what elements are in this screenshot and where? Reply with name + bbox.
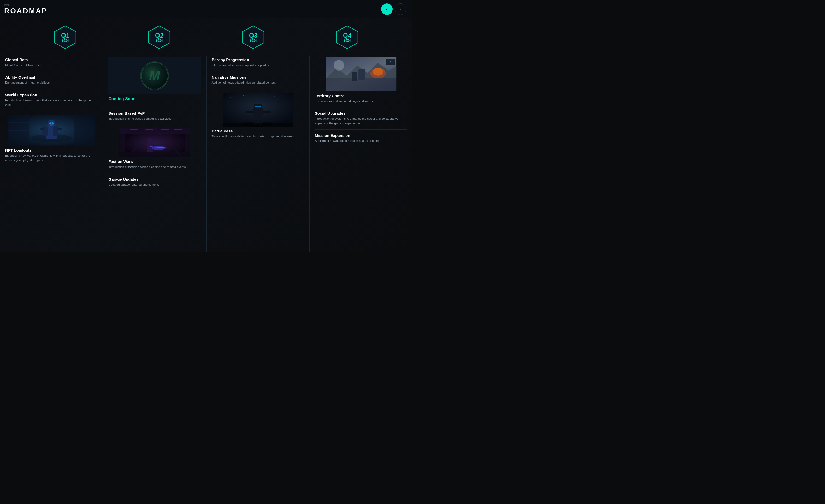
metalcore-circle: M (140, 61, 169, 90)
session-pvp-desc: Introduction of time-based competitive a… (108, 117, 201, 121)
svg-point-53 (288, 99, 288, 99)
q3-column: Barony Progression Introduction of vario… (207, 56, 310, 252)
page-title: ROADMAP (4, 7, 48, 15)
territory-control-desc: Factions aim to dominate designated zone… (315, 99, 407, 103)
feature-coming-soon: Coming Soon (108, 97, 201, 107)
q1-year: 2024 (62, 39, 69, 42)
svg-rect-31 (145, 129, 153, 130)
svg-rect-38 (119, 132, 125, 152)
narrative-missions-desc: Addition of new/updated mission related … (212, 80, 304, 85)
feature-session-pvp: Session Based PvP Introduction of time-b… (108, 111, 201, 125)
q3-year: 2024 (250, 39, 257, 42)
battle-pass-title: Battle Pass (212, 129, 304, 133)
garage-updates-desc: Updated garage features and content. (108, 183, 201, 187)
nft-loadouts-image (5, 115, 98, 146)
q2-label: Q2 (155, 32, 163, 39)
ability-overhaul-desc: Enhancement of in-game abilities. (5, 80, 98, 85)
timeline-section: Q1 2024 Q2 2024 (0, 18, 412, 54)
quarter-q1: Q1 2024 (54, 25, 77, 50)
svg-point-59 (373, 68, 383, 76)
svg-rect-27 (119, 152, 190, 157)
quarter-q3: Q3 2024 (241, 25, 265, 50)
q2-column: M Coming Soon Session Based PvP Introduc… (103, 56, 206, 252)
feature-world-expansion: World Expansion Introduction of new cont… (5, 93, 98, 111)
quarter-q2: Q2 2024 (148, 25, 171, 50)
q4-column: Territory Control Factions aim to domina… (310, 56, 412, 252)
closed-beta-title: Closed Beta (5, 58, 98, 62)
feature-garage-updates: Garage Updates Updated garage features a… (108, 177, 201, 191)
coming-soon-label: Coming Soon (108, 97, 201, 101)
battle-pass-image (212, 93, 304, 127)
narrative-missions-title: Narrative Missions (212, 75, 304, 79)
session-pvp-title: Session Based PvP (108, 111, 201, 116)
nav-next-button[interactable]: › (395, 3, 406, 15)
feature-narrative-missions: Narrative Missions Addition of new/updat… (212, 75, 304, 89)
page-number: 005 (4, 3, 48, 6)
mission-expansion-title: Mission Expansion (315, 133, 407, 138)
closed-beta-desc: MetalCore is in Closed Beta! (5, 63, 98, 67)
faction-wars-desc: Introduction of faction specific pledgin… (108, 165, 201, 169)
svg-rect-10 (57, 128, 62, 130)
territory-control-title: Territory Control (315, 93, 407, 98)
svg-rect-47 (246, 111, 254, 113)
garage-updates-title: Garage Updates (108, 177, 201, 182)
ability-overhaul-title: Ability Overhaul (5, 75, 98, 79)
faction-wars-title: Faction Wars (108, 159, 201, 164)
svg-rect-9 (40, 128, 44, 130)
q3-label: Q3 (249, 32, 257, 39)
social-upgrades-title: Social Upgrades (315, 111, 407, 116)
feature-social-upgrades: Social Upgrades Introduction of systems … (315, 111, 407, 130)
svg-point-51 (243, 95, 244, 95)
svg-rect-60 (352, 72, 357, 81)
svg-point-13 (49, 123, 51, 124)
svg-point-62 (334, 60, 344, 71)
quarter-q4: Q4 2024 (335, 25, 359, 50)
svg-rect-48 (263, 111, 271, 113)
svg-rect-30 (130, 129, 138, 130)
svg-rect-32 (161, 129, 169, 130)
svg-rect-16 (74, 115, 94, 146)
feature-battle-pass: Battle Pass Time specific rewards for re… (212, 129, 304, 142)
svg-point-52 (275, 96, 275, 97)
metalcore-logo: M (108, 58, 201, 94)
svg-rect-61 (359, 69, 365, 80)
feature-mission-expansion: Mission Expansion Addition of new/update… (315, 133, 407, 147)
svg-rect-56 (326, 78, 396, 91)
q1-label: Q1 (61, 32, 69, 39)
svg-rect-54 (223, 123, 293, 127)
svg-rect-33 (174, 129, 182, 130)
nft-loadouts-desc: Introducing new variety of elements with… (5, 154, 98, 163)
q1-column: Closed Beta MetalCore is in Closed Beta!… (0, 56, 103, 252)
q2-year: 2024 (156, 39, 163, 42)
nav-prev-button[interactable]: ‹ (381, 3, 393, 15)
feature-faction-wars: Faction Wars Introduction of faction spe… (108, 159, 201, 173)
feature-closed-beta: Closed Beta MetalCore is in Closed Beta! (5, 58, 98, 71)
svg-point-35 (147, 138, 152, 143)
mission-expansion-desc: Addition of new/updated mission related … (315, 139, 407, 143)
svg-point-14 (52, 123, 54, 124)
nav-buttons: ‹ › (381, 3, 406, 15)
page-wrapper: 005 ROADMAP ‹ › Q1 2024 (0, 0, 412, 252)
world-expansion-title: World Expansion (5, 93, 98, 97)
battle-pass-desc: Time specific rewards for reaching certa… (212, 134, 304, 139)
social-upgrades-desc: Introduction of systems to enhance the s… (315, 117, 407, 126)
feature-ability-overhaul: Ability Overhaul Enhancement of in-game … (5, 75, 98, 89)
q4-year: 2024 (344, 39, 351, 42)
content-area: Closed Beta MetalCore is in Closed Beta!… (0, 54, 412, 252)
svg-point-50 (230, 97, 231, 98)
world-expansion-desc: Introduction of new content that increas… (5, 98, 98, 107)
header-left: 005 ROADMAP (4, 3, 48, 15)
feature-barony-progression: Barony Progression Introduction of vario… (212, 58, 304, 71)
barony-progression-desc: Introduction of various cooperative upda… (212, 63, 304, 67)
territory-control-image (315, 58, 407, 91)
svg-text:M: M (149, 68, 161, 83)
header: 005 ROADMAP ‹ › (0, 0, 412, 18)
svg-point-36 (152, 146, 165, 150)
q4-label: Q4 (343, 32, 352, 39)
nft-loadouts-title: NFT Loadouts (5, 148, 98, 152)
barony-progression-title: Barony Progression (212, 58, 304, 62)
svg-rect-39 (184, 132, 190, 152)
faction-wars-image (108, 129, 201, 157)
feature-territory-control: Territory Control Factions aim to domina… (315, 93, 407, 107)
feature-nft-loadouts: NFT Loadouts Introducing new variety of … (5, 148, 98, 166)
